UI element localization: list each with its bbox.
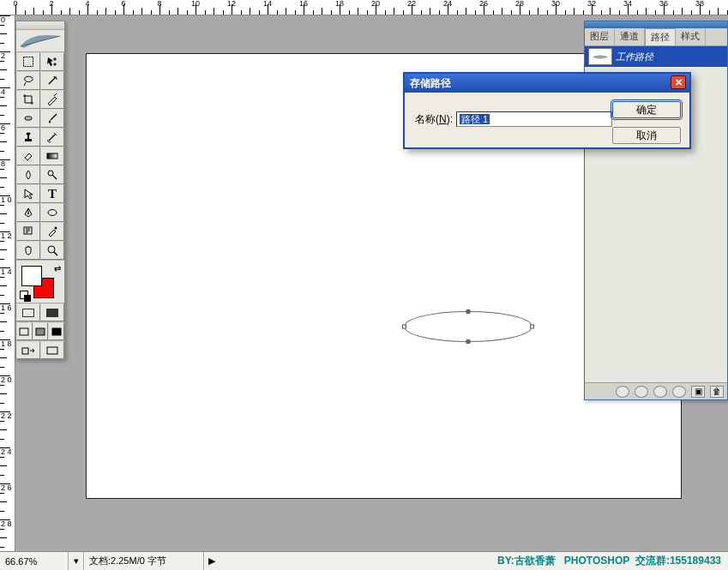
path-select-tool[interactable] [16,184,40,203]
screen-standard-button[interactable] [16,322,33,340]
svg-rect-15 [20,328,28,335]
gradient-tool[interactable] [40,147,64,165]
svg-point-7 [27,133,31,135]
anchor-top-icon[interactable] [466,309,471,314]
app-logo-feather-icon [16,30,64,52]
quickmask-mode-button[interactable] [40,303,64,321]
cancel-button[interactable]: 取消 [612,127,681,144]
svg-point-13 [55,227,57,230]
svg-rect-16 [36,328,45,335]
type-tool[interactable]: T [40,184,64,203]
marquee-tool[interactable] [16,52,40,71]
standard-mode-button[interactable] [16,303,40,321]
name-input[interactable]: 路径 1 [456,111,612,127]
tab-channels[interactable]: 通道 [615,28,645,45]
heal-tool[interactable] [16,109,40,128]
tab-styles[interactable]: 样式 [676,28,706,45]
anchor-left-icon[interactable] [402,325,406,329]
svg-point-3 [27,117,28,118]
delete-path-button[interactable]: 🗑 [710,386,724,398]
slice-tool[interactable] [40,90,64,109]
dodge-tool[interactable] [40,165,64,184]
notes-tool[interactable] [16,222,40,241]
path-ellipse[interactable] [404,311,532,342]
ok-button[interactable]: 确定 [612,101,681,118]
swap-colors-icon[interactable]: ⇄ [54,264,61,273]
screen-menubar-button[interactable] [33,322,49,340]
svg-point-14 [48,246,55,253]
anchor-bottom-icon[interactable] [466,339,471,344]
move-tool[interactable] [40,52,64,71]
path-thumb-icon [588,48,612,65]
document-size: 文档:2.25M/0 字节 [84,552,204,570]
dialog-close-button[interactable]: ✕ [671,75,686,89]
sel-to-path-button[interactable] [672,386,686,398]
eyedropper-tool[interactable] [40,222,64,241]
ruler-horizontal: 0246810121416182022242628303234363840 [0,0,728,15]
lasso-tool[interactable] [16,71,40,90]
path-row-work[interactable]: 工作路径 [585,46,727,67]
doc-info-popup-button[interactable]: ▶ [204,552,220,570]
save-path-dialog: 存储路径 ✕ 名称(N): 路径 1 确定 取消 [403,72,691,149]
svg-rect-5 [25,139,32,141]
hand-tool[interactable] [16,241,40,260]
brush-tool[interactable] [40,109,64,128]
svg-rect-6 [27,135,29,139]
history-brush-tool[interactable] [40,128,64,147]
dialog-title-text: 存储路径 [410,76,451,91]
crop-tool[interactable] [16,90,40,109]
screen-full-button[interactable] [48,322,64,340]
svg-rect-18 [22,348,28,354]
default-colors-icon[interactable] [20,291,28,299]
path-to-sel-button[interactable] [653,386,667,398]
fill-path-button[interactable] [616,386,629,398]
tab-layers[interactable]: 图层 [585,28,615,45]
color-swatches: ⇄ [16,260,64,303]
svg-point-4 [29,117,30,118]
svg-rect-19 [47,347,57,354]
foreground-color-swatch[interactable] [21,266,42,286]
status-bar: 66.67% ▾ 文档:2.25M/0 字节 ▶ BY:古欲香萧 PHOTOSH… [0,551,728,570]
zoom-tool[interactable] [40,241,64,260]
toolbox-grip[interactable] [16,21,64,30]
zoom-level[interactable]: 66.67% [0,552,69,570]
jump-blank-button[interactable] [40,341,64,359]
svg-rect-0 [24,57,33,67]
jump-to-imageready-button[interactable] [16,341,40,359]
toolbox: T ⇄ [15,21,65,360]
svg-point-11 [48,210,57,216]
tab-paths[interactable]: 路径 [645,28,676,45]
panel-grip[interactable] [585,21,727,28]
shape-tool[interactable] [40,203,64,222]
new-path-button[interactable]: ▣ [691,386,705,398]
svg-point-2 [26,117,27,118]
pen-tool[interactable] [16,203,40,222]
zoom-popup-button[interactable]: ▾ [69,552,84,570]
eraser-tool[interactable] [16,147,40,165]
wand-tool[interactable] [40,71,64,90]
blur-tool[interactable] [16,165,40,184]
svg-rect-17 [52,328,61,335]
credit-text: BY:古欲香萧 PHOTOSHOP 交流群:155189433 [497,554,728,568]
name-label: 名称(N): [415,112,453,127]
ruler-vertical: 024681 01 21 41 61 82 02 22 42 62 8 [0,15,15,551]
stamp-tool[interactable] [16,128,40,147]
path-row-label: 工作路径 [616,51,653,63]
svg-rect-8 [47,153,57,159]
stroke-path-button[interactable] [635,386,648,398]
anchor-right-icon[interactable] [530,325,534,329]
dialog-titlebar[interactable]: 存储路径 ✕ [405,74,689,93]
